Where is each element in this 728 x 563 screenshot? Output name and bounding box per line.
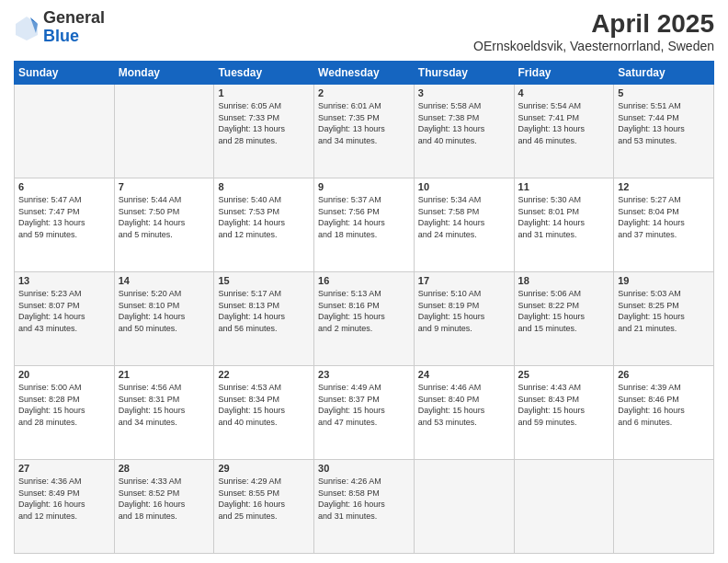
weekday-header: Tuesday xyxy=(214,62,314,85)
calendar-cell: 3Sunrise: 5:58 AM Sunset: 7:38 PM Daylig… xyxy=(414,85,514,178)
calendar-cell: 11Sunrise: 5:30 AM Sunset: 8:01 PM Dayli… xyxy=(514,178,614,272)
day-info: Sunrise: 5:17 AM Sunset: 8:13 PM Dayligh… xyxy=(218,288,310,334)
day-info: Sunrise: 5:51 AM Sunset: 7:44 PM Dayligh… xyxy=(618,100,710,146)
day-number: 7 xyxy=(119,181,210,192)
day-number: 14 xyxy=(119,275,210,286)
day-info: Sunrise: 6:01 AM Sunset: 7:35 PM Dayligh… xyxy=(318,100,410,146)
calendar-cell: 30Sunrise: 4:26 AM Sunset: 8:58 PM Dayli… xyxy=(314,460,415,554)
calendar-cell: 4Sunrise: 5:54 AM Sunset: 7:41 PM Daylig… xyxy=(514,85,614,178)
calendar-cell: 14Sunrise: 5:20 AM Sunset: 8:10 PM Dayli… xyxy=(114,272,214,366)
day-number: 9 xyxy=(318,181,410,192)
calendar-cell: 2Sunrise: 6:01 AM Sunset: 7:35 PM Daylig… xyxy=(314,85,415,178)
weekday-header: Saturday xyxy=(614,62,714,85)
day-number: 13 xyxy=(18,275,110,286)
day-info: Sunrise: 4:33 AM Sunset: 8:52 PM Dayligh… xyxy=(119,476,210,522)
weekday-header: Wednesday xyxy=(314,62,415,85)
calendar-cell: 5Sunrise: 5:51 AM Sunset: 7:44 PM Daylig… xyxy=(614,85,714,178)
day-info: Sunrise: 5:20 AM Sunset: 8:10 PM Dayligh… xyxy=(119,288,210,334)
calendar-cell: 8Sunrise: 5:40 AM Sunset: 7:53 PM Daylig… xyxy=(214,178,314,272)
day-info: Sunrise: 5:54 AM Sunset: 7:41 PM Dayligh… xyxy=(518,100,610,146)
day-number: 11 xyxy=(518,181,610,192)
day-number: 12 xyxy=(618,181,710,192)
day-number: 6 xyxy=(18,181,110,192)
day-info: Sunrise: 5:40 AM Sunset: 7:53 PM Dayligh… xyxy=(218,194,310,240)
logo: General Blue xyxy=(14,9,105,46)
calendar-body: 1Sunrise: 6:05 AM Sunset: 7:33 PM Daylig… xyxy=(15,85,714,554)
day-number: 19 xyxy=(618,275,710,286)
day-info: Sunrise: 5:03 AM Sunset: 8:25 PM Dayligh… xyxy=(618,288,710,334)
calendar-week-row: 1Sunrise: 6:05 AM Sunset: 7:33 PM Daylig… xyxy=(15,85,714,178)
calendar-cell: 7Sunrise: 5:44 AM Sunset: 7:50 PM Daylig… xyxy=(114,178,214,272)
day-number: 2 xyxy=(318,87,410,98)
calendar-cell: 25Sunrise: 4:43 AM Sunset: 8:43 PM Dayli… xyxy=(514,366,614,460)
day-number: 17 xyxy=(418,275,510,286)
day-info: Sunrise: 4:49 AM Sunset: 8:37 PM Dayligh… xyxy=(318,382,410,428)
calendar-cell: 13Sunrise: 5:23 AM Sunset: 8:07 PM Dayli… xyxy=(15,272,115,366)
title-block: April 2025 OErnskoeldsvik, Vaesternorrla… xyxy=(473,9,714,53)
day-info: Sunrise: 5:37 AM Sunset: 7:56 PM Dayligh… xyxy=(318,194,410,240)
day-number: 26 xyxy=(618,369,710,380)
calendar-cell: 6Sunrise: 5:47 AM Sunset: 7:47 PM Daylig… xyxy=(15,178,115,272)
day-info: Sunrise: 4:56 AM Sunset: 8:31 PM Dayligh… xyxy=(119,382,210,428)
day-number: 23 xyxy=(318,369,410,380)
day-number: 8 xyxy=(218,181,310,192)
calendar-cell: 26Sunrise: 4:39 AM Sunset: 8:46 PM Dayli… xyxy=(614,366,714,460)
calendar-cell: 21Sunrise: 4:56 AM Sunset: 8:31 PM Dayli… xyxy=(114,366,214,460)
day-number: 18 xyxy=(518,275,610,286)
weekday-header: Sunday xyxy=(15,62,115,85)
calendar-week-row: 20Sunrise: 5:00 AM Sunset: 8:28 PM Dayli… xyxy=(15,366,714,460)
day-info: Sunrise: 5:47 AM Sunset: 7:47 PM Dayligh… xyxy=(18,194,110,240)
calendar-cell: 28Sunrise: 4:33 AM Sunset: 8:52 PM Dayli… xyxy=(114,460,214,554)
weekday-header: Monday xyxy=(114,62,214,85)
logo-icon xyxy=(14,15,40,40)
day-info: Sunrise: 4:39 AM Sunset: 8:46 PM Dayligh… xyxy=(618,382,710,428)
day-info: Sunrise: 4:26 AM Sunset: 8:58 PM Dayligh… xyxy=(318,476,410,522)
day-number: 5 xyxy=(618,87,710,98)
day-info: Sunrise: 5:23 AM Sunset: 8:07 PM Dayligh… xyxy=(18,288,110,334)
weekday-header: Friday xyxy=(514,62,614,85)
day-info: Sunrise: 5:13 AM Sunset: 8:16 PM Dayligh… xyxy=(318,288,410,334)
day-number: 24 xyxy=(418,369,510,380)
calendar-cell: 16Sunrise: 5:13 AM Sunset: 8:16 PM Dayli… xyxy=(314,272,415,366)
calendar-cell: 23Sunrise: 4:49 AM Sunset: 8:37 PM Dayli… xyxy=(314,366,415,460)
day-number: 15 xyxy=(218,275,310,286)
calendar-table: SundayMondayTuesdayWednesdayThursdayFrid… xyxy=(14,61,714,554)
day-number: 29 xyxy=(218,463,310,474)
day-number: 25 xyxy=(518,369,610,380)
day-number: 16 xyxy=(318,275,410,286)
day-info: Sunrise: 5:06 AM Sunset: 8:22 PM Dayligh… xyxy=(518,288,610,334)
calendar-week-row: 6Sunrise: 5:47 AM Sunset: 7:47 PM Daylig… xyxy=(15,178,714,272)
day-info: Sunrise: 5:27 AM Sunset: 8:04 PM Dayligh… xyxy=(618,194,710,240)
day-number: 28 xyxy=(119,463,210,474)
day-info: Sunrise: 5:30 AM Sunset: 8:01 PM Dayligh… xyxy=(518,194,610,240)
day-info: Sunrise: 5:10 AM Sunset: 8:19 PM Dayligh… xyxy=(418,288,510,334)
calendar-cell: 29Sunrise: 4:29 AM Sunset: 8:55 PM Dayli… xyxy=(214,460,314,554)
day-number: 10 xyxy=(418,181,510,192)
logo-text: General Blue xyxy=(43,9,105,46)
calendar-title: April 2025 xyxy=(473,9,714,39)
calendar-cell: 1Sunrise: 6:05 AM Sunset: 7:33 PM Daylig… xyxy=(214,85,314,178)
day-number: 21 xyxy=(119,369,210,380)
calendar-cell xyxy=(15,85,115,178)
calendar-header: SundayMondayTuesdayWednesdayThursdayFrid… xyxy=(15,62,714,85)
calendar-cell xyxy=(614,460,714,554)
calendar-cell xyxy=(114,85,214,178)
day-number: 3 xyxy=(418,87,510,98)
day-number: 1 xyxy=(218,87,310,98)
calendar-cell: 27Sunrise: 4:36 AM Sunset: 8:49 PM Dayli… xyxy=(15,460,115,554)
day-info: Sunrise: 4:53 AM Sunset: 8:34 PM Dayligh… xyxy=(218,382,310,428)
calendar-cell xyxy=(414,460,514,554)
header: General Blue April 2025 OErnskoeldsvik, … xyxy=(14,9,714,53)
calendar-cell: 15Sunrise: 5:17 AM Sunset: 8:13 PM Dayli… xyxy=(214,272,314,366)
day-number: 30 xyxy=(318,463,410,474)
day-number: 27 xyxy=(18,463,110,474)
calendar-cell: 10Sunrise: 5:34 AM Sunset: 7:58 PM Dayli… xyxy=(414,178,514,272)
day-info: Sunrise: 4:46 AM Sunset: 8:40 PM Dayligh… xyxy=(418,382,510,428)
calendar-subtitle: OErnskoeldsvik, Vaesternorrland, Sweden xyxy=(473,39,714,53)
calendar-week-row: 13Sunrise: 5:23 AM Sunset: 8:07 PM Dayli… xyxy=(15,272,714,366)
day-info: Sunrise: 6:05 AM Sunset: 7:33 PM Dayligh… xyxy=(218,100,310,146)
logo-general: General xyxy=(43,8,105,27)
day-info: Sunrise: 5:00 AM Sunset: 8:28 PM Dayligh… xyxy=(18,382,110,428)
calendar-cell xyxy=(514,460,614,554)
calendar-cell: 18Sunrise: 5:06 AM Sunset: 8:22 PM Dayli… xyxy=(514,272,614,366)
